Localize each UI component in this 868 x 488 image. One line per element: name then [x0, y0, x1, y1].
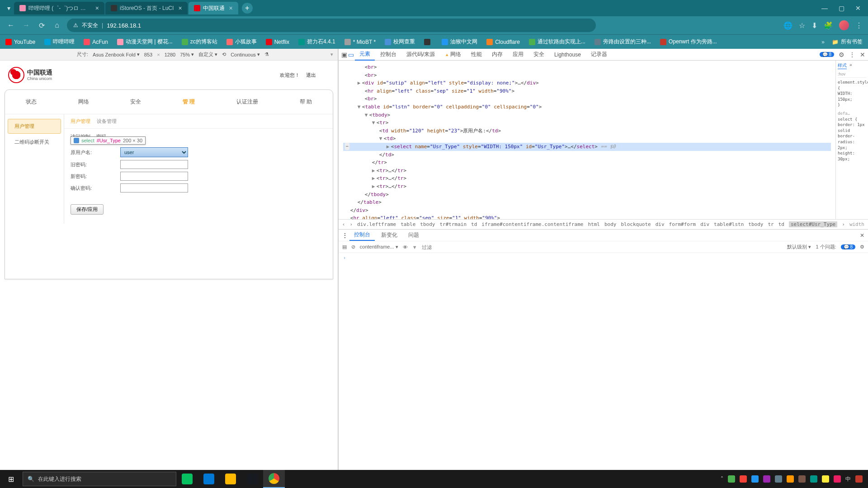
dt-tab-console[interactable]: 控制台: [376, 49, 401, 60]
tray-icon[interactable]: [740, 475, 747, 483]
drawer-menu-icon[interactable]: ⋮: [342, 232, 348, 239]
subtab-device[interactable]: 设备管理: [97, 118, 117, 125]
bookmark-item[interactable]: Cloudflare: [486, 39, 520, 45]
rotate-icon[interactable]: ⟲: [222, 52, 226, 57]
dt-tab-performance[interactable]: 性能: [467, 49, 486, 60]
tray-icon[interactable]: [728, 475, 735, 483]
close-icon[interactable]: ×: [229, 5, 233, 12]
extensions-icon[interactable]: 🧩: [824, 21, 833, 30]
bookmark-item[interactable]: 哔哩哔哩: [44, 38, 75, 46]
dt-tab-sources[interactable]: 源代码/来源: [402, 49, 439, 60]
bookmark-item[interactable]: 校网查重: [385, 38, 415, 46]
dt-tab-security[interactable]: 安全: [529, 49, 549, 60]
device-mode-icon[interactable]: ▭: [348, 51, 354, 58]
bookmark-item[interactable]: Openwrt 作为旁路...: [660, 38, 717, 46]
bookmark-item[interactable]: 旁路由设置的三种...: [594, 38, 651, 46]
close-icon[interactable]: ×: [95, 5, 99, 12]
bookmark-item[interactable]: Netflix: [266, 39, 289, 45]
drawer-tab-changes[interactable]: 新变化: [377, 230, 402, 240]
overflow-icon[interactable]: ⋯: [345, 143, 349, 150]
user-type-select[interactable]: user: [120, 147, 188, 157]
confirm-input[interactable]: [120, 183, 188, 192]
tray-icon[interactable]: [775, 475, 782, 483]
subtab-user[interactable]: 用户管理: [71, 118, 90, 125]
oldpwd-input[interactable]: [120, 160, 188, 169]
home-button[interactable]: ⌂: [52, 21, 62, 29]
bookmark-item[interactable]: 小狐故事: [226, 38, 257, 46]
sidebar-toggle-icon[interactable]: ▤: [342, 244, 347, 250]
taskbar-app[interactable]: [241, 470, 263, 488]
experiment-icon[interactable]: ⚗: [264, 52, 269, 57]
reload-button[interactable]: ⟳: [36, 21, 47, 30]
new-tab-button[interactable]: +: [242, 3, 253, 14]
device-select[interactable]: Asus Zenbook Fold ▾: [93, 52, 140, 57]
bookmark-item[interactable]: AcFun: [84, 39, 108, 45]
tray-icon[interactable]: [798, 475, 806, 483]
more-icon[interactable]: ⋮: [849, 51, 855, 58]
height-input[interactable]: 1280: [165, 52, 175, 57]
maximize-icon[interactable]: ▢: [839, 5, 844, 12]
inspect-element-icon[interactable]: ▣: [341, 51, 347, 58]
bookmark-item[interactable]: 通过软路由实现上...: [529, 38, 585, 46]
tray-chevron-icon[interactable]: ˄: [721, 476, 723, 482]
elements-tree[interactable]: <br> <br> ▶<div id="sutip" align="left" …: [339, 61, 835, 219]
bookmark-item[interactable]: * MioBT *: [344, 39, 376, 45]
bookmark-item[interactable]: 碧力石4.4.1: [298, 38, 335, 46]
context-select[interactable]: contentiframe... ▾: [360, 244, 398, 250]
bookmark-item[interactable]: YouTube: [5, 39, 35, 45]
back-button[interactable]: ←: [5, 21, 16, 29]
bookmark-item[interactable]: 油猴中文网: [442, 38, 477, 46]
dt-tab-elements[interactable]: 元素: [355, 48, 375, 61]
profile-avatar[interactable]: [839, 20, 849, 30]
tray-icon[interactable]: [822, 475, 829, 483]
dt-tab-memory[interactable]: 内存: [487, 49, 507, 60]
side-item-qr-diag[interactable]: 二维码诊断开关: [8, 135, 61, 150]
menu-icon[interactable]: ⋮: [855, 21, 863, 30]
close-drawer-icon[interactable]: ✕: [860, 232, 864, 239]
side-item-user-mgmt[interactable]: 用户管理: [8, 119, 61, 134]
width-input[interactable]: 853: [144, 52, 152, 57]
bookmark-item[interactable]: [424, 39, 433, 45]
tab-network[interactable]: 网络: [73, 96, 94, 108]
log-level-select[interactable]: 默认级别 ▾: [787, 244, 811, 250]
bookmark-star-icon[interactable]: ☆: [799, 21, 805, 30]
tab-list-dropdown[interactable]: ▾: [4, 5, 14, 12]
zoom-select[interactable]: 75% ▾: [180, 52, 194, 57]
close-devtools-icon[interactable]: ✕: [860, 51, 865, 58]
all-bookmarks-button[interactable]: 📁所有书签: [832, 38, 863, 46]
dt-tab-recorder[interactable]: 记录器: [586, 49, 612, 60]
continuous-select[interactable]: Continuous ▾: [231, 52, 260, 57]
browser-tab-0[interactable]: 哔哩哔哩 (゜-゜)つロ 干杯~-b… ×: [14, 2, 104, 14]
dom-breadcrumb[interactable]: ‹› div.leftframe table tbody tr#trmain t…: [339, 219, 868, 229]
forward-button[interactable]: →: [21, 21, 32, 29]
taskbar-app[interactable]: [176, 470, 198, 488]
tray-icon[interactable]: [810, 475, 817, 483]
taskbar-app[interactable]: [220, 470, 241, 488]
dt-tab-lighthouse[interactable]: Lighthouse: [550, 50, 585, 60]
close-icon[interactable]: ×: [178, 5, 182, 12]
newpwd-input[interactable]: [120, 172, 188, 181]
taskbar-chrome[interactable]: [263, 470, 285, 488]
issues-count-badge[interactable]: 💬 8: [841, 244, 855, 249]
tab-auth[interactable]: 认证注册: [231, 96, 264, 108]
console-filter-input[interactable]: [422, 244, 467, 250]
bookmark-item[interactable]: 动漫天堂网 | 樱花...: [117, 38, 173, 46]
browser-tab-1[interactable]: iStoreOS - 首页 - LuCI ×: [105, 2, 188, 14]
throttle-select[interactable]: 自定义 ▾: [198, 51, 217, 58]
tray-icon[interactable]: [787, 475, 794, 483]
styles-tab[interactable]: 样式: [838, 62, 847, 69]
tab-help[interactable]: 帮 助: [294, 96, 317, 108]
tray-icon[interactable]: [834, 475, 841, 483]
close-icon[interactable]: ✕: [855, 5, 861, 12]
logout-link[interactable]: 退出: [306, 72, 316, 79]
drawer-tab-issues[interactable]: 问题: [404, 230, 424, 240]
browser-tab-2[interactable]: 中国联通 ×: [189, 2, 238, 14]
bookmarks-overflow-icon[interactable]: »: [821, 39, 825, 45]
url-input[interactable]: ⚠ 不安全 | 192.168.18.1: [67, 19, 596, 32]
tray-icon[interactable]: [855, 475, 863, 483]
taskbar-search-input[interactable]: 🔍 在此键入进行搜索: [23, 472, 176, 486]
issues-badge[interactable]: 💬 8: [820, 52, 834, 57]
tray-icon[interactable]: [763, 475, 770, 483]
live-expression-icon[interactable]: 👁: [403, 244, 408, 250]
minimize-icon[interactable]: —: [821, 5, 828, 12]
